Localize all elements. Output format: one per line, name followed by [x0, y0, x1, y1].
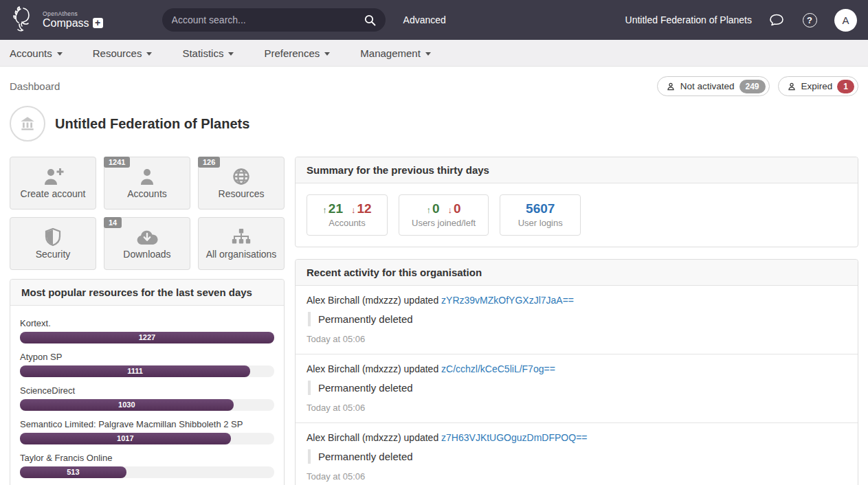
chevron-down-icon — [57, 52, 63, 56]
tile-label: Create account — [21, 188, 86, 199]
chart-row: ScienceDirect 1030 — [20, 385, 274, 411]
bank-icon — [19, 115, 36, 133]
activity-actor: Alex Birchall (mdxzzz) updated — [307, 432, 441, 443]
account-search-input[interactable] — [172, 14, 364, 25]
activity-actor: Alex Birchall (mdxzzz) updated — [307, 363, 441, 374]
expired-count-badge: 1 — [837, 80, 854, 93]
tile-label: Resources — [219, 188, 265, 199]
page-title: Untitled Federation of Planets — [55, 116, 249, 132]
up-arrow-icon: ↑ — [427, 205, 432, 215]
messages-icon[interactable] — [768, 12, 785, 28]
chart-row: Taylor & Francis Online 513 — [20, 453, 274, 478]
user-avatar[interactable]: A — [834, 9, 857, 32]
account-link[interactable]: zC/cchzl/kCeC5liL/F7og== — [441, 363, 555, 374]
menu-resources[interactable]: Resources — [93, 47, 153, 59]
account-search-box[interactable] — [162, 8, 386, 32]
organisation-header: Untitled Federation of Planets — [0, 96, 868, 142]
accounts-stat-card[interactable]: ↑ 21 ↓ 12 Accounts — [307, 194, 388, 236]
downloads-tile[interactable]: 14 Downloads — [104, 217, 190, 270]
downloads-count-badge: 14 — [104, 217, 122, 228]
right-column: Summary for the previous thirty days ↑ 2… — [295, 157, 858, 485]
resources-tile[interactable]: 126 Resources — [198, 157, 285, 210]
chart-row: Kortext. 1227 — [20, 318, 274, 343]
expired-button[interactable]: Expired 1 — [778, 76, 858, 96]
chevron-down-icon — [425, 52, 431, 56]
openathens-logo-icon — [11, 5, 37, 35]
popular-resources-panel: Most popular resources for the last seve… — [10, 279, 285, 485]
resource-name: Semantico Limited: Palgrave Macmillan Sh… — [20, 419, 274, 429]
not-activated-button[interactable]: Not activated 249 — [657, 76, 770, 96]
main-content: Create account 1241 Accounts 126 — [0, 142, 868, 485]
user-logins-value: 5607 — [513, 201, 568, 216]
resource-name: ScienceDirect — [20, 385, 274, 396]
chevron-down-icon — [228, 52, 234, 56]
plus-badge-icon — [93, 18, 103, 28]
bar-track: 513 — [20, 466, 274, 478]
chart-row: Semantico Limited: Palgrave Macmillan Sh… — [20, 419, 274, 444]
person-icon — [138, 168, 156, 185]
brand-openathens-label: OpenAthens — [43, 11, 103, 17]
bar-fill: 1227 — [20, 332, 274, 343]
activity-entry: Alex Birchall (mdxzzz) updated zC/cchzl/… — [296, 354, 858, 422]
main-menu-bar: Accounts Resources Statistics Preference… — [0, 40, 868, 67]
menu-statistics[interactable]: Statistics — [182, 47, 234, 59]
users-joined-left-stat-card[interactable]: ↑ 0 ↓ 0 Users joined/left — [399, 194, 489, 236]
down-arrow-icon: ↓ — [448, 205, 453, 215]
search-icon[interactable] — [364, 14, 376, 26]
menu-preferences[interactable]: Preferences — [264, 47, 330, 59]
person-icon — [666, 82, 676, 91]
bar-fill: 1017 — [20, 433, 231, 444]
breadcrumb: Dashboard — [10, 80, 60, 92]
accounts-down-value: 12 — [357, 201, 372, 216]
bar-fill: 513 — [20, 466, 126, 478]
advanced-search-link[interactable]: Advanced — [403, 14, 446, 25]
all-organisations-tile[interactable]: All organisations — [198, 217, 285, 270]
brand-text: OpenAthens Compass — [43, 11, 103, 30]
chevron-down-icon — [324, 52, 330, 56]
users-left-value: 0 — [454, 201, 461, 216]
navbar-right-group: Untitled Federation of Planets A — [625, 9, 857, 32]
create-account-tile[interactable]: Create account — [10, 157, 96, 210]
menu-preferences-label: Preferences — [264, 47, 320, 59]
menu-accounts[interactable]: Accounts — [10, 47, 63, 59]
accounts-up-value: 21 — [329, 201, 343, 216]
organisation-avatar — [10, 106, 45, 142]
bar-track: 1111 — [20, 365, 274, 377]
resource-name: Atypon SP — [20, 352, 274, 362]
activity-entry: Alex Birchall (mdxzzz) updated zYRz39vMZ… — [296, 286, 858, 354]
status-pill-group: Not activated 249 Expired 1 — [657, 76, 858, 96]
brand-compass-label: Compass — [43, 17, 89, 30]
bar-track: 1227 — [20, 332, 274, 343]
accounts-count-badge: 1241 — [104, 157, 130, 168]
menu-management[interactable]: Management — [360, 47, 431, 59]
shortcut-tile-grid: Create account 1241 Accounts 126 — [10, 157, 285, 270]
activity-detail: Permanently deleted — [308, 312, 847, 326]
security-tile[interactable]: Security — [10, 217, 96, 270]
popular-resources-chart: Kortext. 1227 Atypon SP 1111 ScienceDire… — [10, 306, 284, 485]
activity-timestamp: Today at 05:06 — [307, 334, 847, 344]
menu-management-label: Management — [360, 47, 421, 59]
summary-panel: Summary for the previous thirty days ↑ 2… — [295, 157, 858, 247]
activity-timestamp: Today at 05:06 — [307, 403, 847, 413]
chart-row: Atypon SP 1111 — [20, 352, 274, 377]
account-link[interactable]: zYRz39vMZkOfYGXzJl7JaA== — [441, 295, 574, 306]
summary-title: Summary for the previous thirty days — [296, 157, 858, 183]
menu-resources-label: Resources — [93, 47, 142, 59]
help-icon[interactable] — [801, 12, 818, 28]
bar-track: 1017 — [20, 433, 274, 444]
accounts-tile[interactable]: 1241 Accounts — [104, 157, 190, 210]
chevron-down-icon — [146, 52, 152, 56]
bar-track: 1030 — [20, 399, 274, 411]
activity-detail: Permanently deleted — [308, 449, 847, 464]
summary-body: ↑ 21 ↓ 12 Accounts — [296, 183, 858, 247]
person-plus-icon — [42, 168, 64, 185]
user-logins-stat-card[interactable]: 5607 User logins — [500, 194, 581, 236]
up-arrow-icon: ↑ — [322, 205, 327, 215]
popular-resources-title: Most popular resources for the last seve… — [10, 280, 284, 306]
account-link[interactable]: z7H63VJKtUGOguzDmDFPOQ== — [441, 432, 587, 443]
stat-label: Users joined/left — [412, 218, 476, 228]
openathens-brand[interactable]: OpenAthens Compass — [11, 5, 103, 35]
not-activated-label: Not activated — [680, 81, 735, 91]
activity-actor: Alex Birchall (mdxzzz) updated — [307, 295, 441, 306]
not-activated-count-badge: 249 — [739, 80, 766, 93]
